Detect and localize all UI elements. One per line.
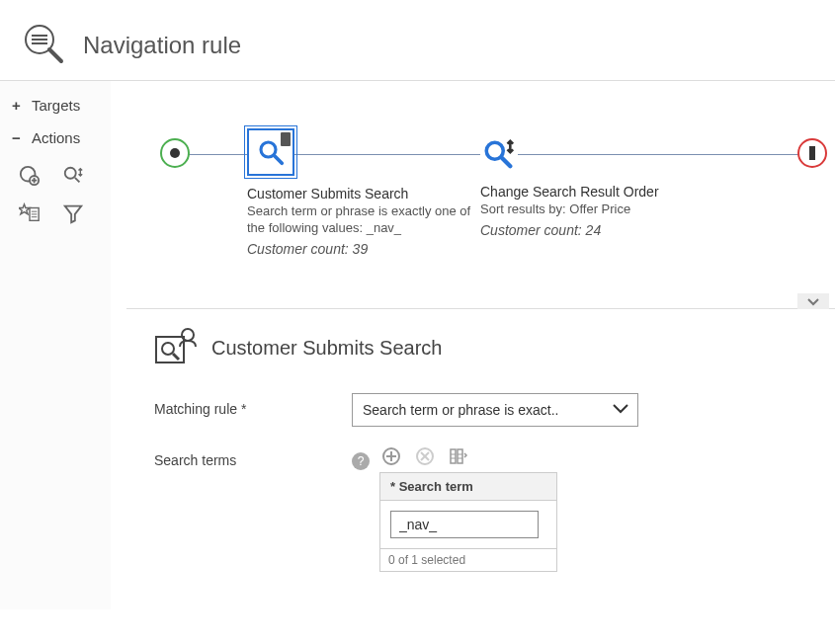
flow-node-title: Customer Submits Search (247, 186, 474, 201)
sidebar-actions[interactable]: − Actions (0, 121, 111, 154)
matching-rule-select[interactable]: Search term or phrase is exact.. (352, 393, 638, 427)
flow-node-change-search-order[interactable]: Change Search Result Order Sort results … (480, 136, 708, 238)
remove-term-button[interactable] (413, 444, 437, 468)
filter-icon[interactable] (59, 200, 87, 227)
page-title: Navigation rule (83, 32, 241, 59)
add-content-icon[interactable] (16, 162, 43, 190)
minus-icon: − (12, 129, 26, 146)
flow-node-title: Change Search Result Order (480, 184, 708, 200)
search-terms-label: Search terms (154, 444, 352, 468)
start-icon (160, 138, 190, 168)
flow-start-node[interactable] (160, 138, 190, 168)
promote-list-icon[interactable] (16, 200, 43, 227)
svg-point-9 (65, 168, 76, 179)
search-term-input[interactable] (390, 511, 539, 538)
matching-rule-label: Matching rule * (154, 393, 352, 417)
terms-toolbar (379, 444, 557, 468)
navigation-rule-icon (20, 20, 67, 70)
matching-rule-value: Search term or phrase is exact.. (363, 402, 558, 418)
flow-node-count: Customer count: 24 (480, 222, 708, 238)
sidebar-icon-grid (0, 154, 111, 235)
sidebar-targets-label: Targets (32, 97, 80, 114)
matching-rule-row: Matching rule * Search term or phrase is… (154, 393, 815, 427)
details-title: Customer Submits Search (211, 337, 442, 360)
svg-line-17 (275, 156, 283, 164)
svg-line-10 (75, 178, 80, 183)
svg-line-19 (502, 158, 510, 167)
plus-icon: + (12, 97, 26, 114)
svg-marker-11 (19, 204, 30, 214)
flow-node-desc: Sort results by: Offer Price (480, 201, 708, 218)
svg-line-22 (173, 354, 179, 360)
search-node-icon (247, 128, 294, 176)
search-terms-row: Search terms ? (154, 444, 815, 572)
end-icon (797, 138, 827, 168)
sidebar-targets[interactable]: + Targets (0, 89, 111, 121)
terms-column-header[interactable]: * Search term (380, 473, 556, 501)
terms-selection-status: 0 of 1 selected (380, 548, 556, 571)
sidebar: + Targets − Actions (0, 80, 111, 609)
svg-rect-30 (451, 449, 456, 463)
sort-search-icon[interactable] (59, 162, 87, 190)
columns-icon[interactable] (447, 444, 470, 468)
sidebar-actions-label: Actions (32, 129, 80, 146)
svg-line-1 (49, 49, 61, 61)
flow-canvas[interactable]: Customer Submits Search Search term or p… (126, 81, 835, 308)
svg-rect-31 (458, 449, 462, 463)
help-icon[interactable]: ? (352, 452, 370, 470)
details-panel: Customer Submits Search Matching rule * … (126, 308, 835, 609)
svg-point-21 (162, 343, 174, 355)
terms-cell (380, 501, 556, 548)
flow-end-node[interactable] (797, 138, 827, 168)
canvas-wrap: Customer Submits Search Search term or p… (111, 80, 835, 609)
svg-point-23 (182, 329, 194, 341)
collapse-panel-button[interactable] (797, 293, 829, 309)
flow-node-desc: Search term or phrase is exactly one of … (247, 203, 474, 237)
flow-node-count: Customer count: 39 (247, 241, 474, 257)
change-order-icon (480, 136, 518, 174)
search-terms-table: * Search term 0 of 1 selected (379, 472, 557, 572)
flow-node-customer-submits-search[interactable]: Customer Submits Search Search term or p… (247, 128, 474, 257)
customer-submits-search-icon (154, 327, 198, 369)
add-term-button[interactable] (379, 444, 403, 468)
details-header: Customer Submits Search (154, 327, 815, 369)
page-header: Navigation rule (0, 0, 835, 80)
chevron-down-icon (612, 402, 629, 418)
